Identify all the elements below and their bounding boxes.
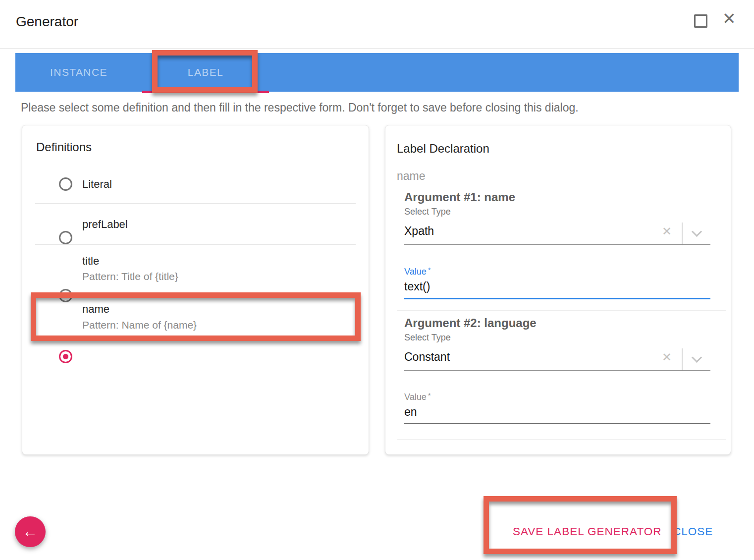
- select-underline: [404, 370, 710, 371]
- definitions-panel: Definitions Literal prefLabel title Patt…: [22, 125, 369, 455]
- option-label-preflabel[interactable]: prefLabel: [82, 218, 128, 231]
- list-divider: [35, 203, 356, 204]
- radio-literal[interactable]: [59, 177, 72, 191]
- label-declaration-heading: Label Declaration: [397, 142, 489, 156]
- select-divider: [682, 223, 683, 245]
- required-marker: *: [428, 391, 431, 399]
- page-title: Generator: [16, 14, 78, 30]
- section-divider: [397, 310, 726, 311]
- arrow-left-icon: ←: [23, 523, 38, 541]
- section-divider: [397, 439, 726, 440]
- argument-1-value-label: Value*: [404, 267, 431, 277]
- select-underline: [404, 244, 710, 245]
- value-label-text: Value: [404, 392, 427, 402]
- header-divider: [0, 48, 754, 49]
- tab-bar: INSTANCE LABEL: [15, 53, 739, 92]
- argument-2-select-type-label: Select Type: [404, 333, 451, 343]
- option-label-literal[interactable]: Literal: [82, 178, 112, 191]
- maximize-icon[interactable]: [694, 14, 707, 28]
- clear-icon[interactable]: ✕: [662, 351, 672, 363]
- argument-2-type-select[interactable]: Constant: [404, 350, 450, 364]
- option-pattern-name: Pattern: Name of {name}: [82, 319, 197, 331]
- instruction-text: Please select some definition and then f…: [21, 101, 579, 114]
- close-button[interactable]: CLOSE: [673, 525, 713, 538]
- save-label-generator-button[interactable]: SAVE LABEL GENERATOR: [513, 525, 662, 538]
- option-pattern-title: Pattern: Title of {title}: [82, 271, 178, 282]
- back-button[interactable]: ←: [15, 516, 46, 547]
- value-label-text: Value: [404, 267, 427, 277]
- argument-1-select-type-label: Select Type: [404, 207, 451, 217]
- radio-title[interactable]: [59, 289, 72, 302]
- selected-definition-name: name: [397, 169, 426, 183]
- tab-label[interactable]: LABEL: [142, 53, 269, 92]
- option-label-name[interactable]: name: [82, 303, 109, 316]
- required-marker: *: [428, 266, 431, 274]
- active-tab-indicator: [142, 91, 269, 93]
- clear-icon[interactable]: ✕: [662, 225, 672, 237]
- argument-1-heading: Argument #1: name: [404, 190, 515, 204]
- argument-2-value-label: Value*: [404, 392, 431, 402]
- tab-instance[interactable]: INSTANCE: [15, 53, 142, 92]
- select-divider: [682, 348, 683, 371]
- argument-1-type-select[interactable]: Xpath: [404, 224, 434, 238]
- argument-2-value-input[interactable]: [404, 405, 710, 424]
- label-declaration-panel: Label Declaration name Argument #1: name…: [385, 125, 731, 455]
- radio-preflabel[interactable]: [59, 231, 72, 244]
- definitions-heading: Definitions: [36, 140, 92, 154]
- option-label-title[interactable]: title: [82, 255, 99, 268]
- generator-dialog: Generator ✕ INSTANCE LABEL Please select…: [0, 0, 754, 560]
- chevron-down-icon[interactable]: [692, 226, 702, 237]
- list-divider: [35, 244, 356, 245]
- chevron-down-icon[interactable]: [692, 352, 702, 363]
- close-icon[interactable]: ✕: [722, 10, 736, 27]
- radio-name[interactable]: [59, 350, 72, 363]
- argument-1-value-input[interactable]: [404, 280, 710, 299]
- argument-2-heading: Argument #2: language: [404, 316, 537, 330]
